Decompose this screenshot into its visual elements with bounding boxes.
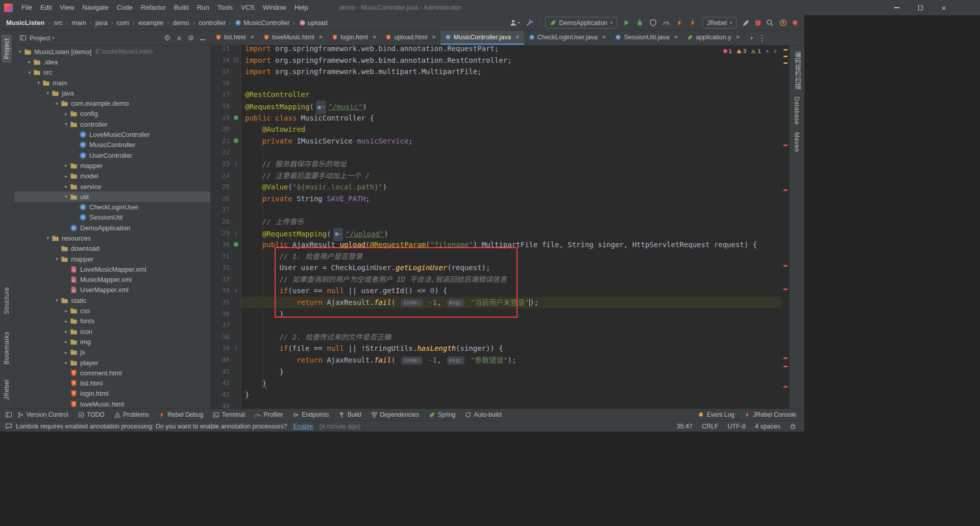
tree-item-musiccontroller[interactable]: CMusicController [14, 140, 210, 150]
tree-expand-chevron[interactable]: ▾ [53, 256, 61, 261]
tab-close-icon[interactable]: × [250, 34, 254, 40]
toolbar-item-build[interactable]: Build [339, 411, 361, 418]
tab-loveMusic.html[interactable]: 5loveMusic.html× [259, 31, 327, 45]
tree-item-util[interactable]: ▾util [14, 192, 210, 202]
tree-item-static[interactable]: ▾static [14, 295, 210, 305]
tree-item-usermapper.xml[interactable]: xUserMapper.xml [14, 285, 210, 295]
menu-navigate[interactable]: Navigate [78, 0, 112, 15]
code-line-24[interactable]: 24 // 注意最后面要手动加上一个 / [211, 170, 782, 182]
tree-item-service[interactable]: ▸service [14, 181, 210, 192]
code-line-40[interactable]: 40 return AjaxResult.fail( code: -1, msg… [211, 354, 782, 366]
code-line-41[interactable]: 41 } [211, 366, 782, 378]
stripe-mark[interactable] [783, 357, 788, 359]
breadcrumb-item[interactable]: java [95, 19, 108, 27]
gutter-cell[interactable] [231, 377, 241, 389]
menu-view[interactable]: View [56, 0, 78, 15]
code-line-18[interactable]: 18@RequestMapping(▾"/music") [211, 101, 782, 112]
enable-link[interactable]: Enable [293, 423, 313, 430]
line-number[interactable]: 13 [211, 45, 231, 55]
tree-expand-chevron[interactable]: ▾ [35, 80, 42, 85]
tree-expand-chevron[interactable]: ▸ [62, 163, 70, 168]
gutter-marker-icon[interactable] [234, 242, 238, 247]
gutter-cell[interactable] [231, 400, 241, 409]
line-number[interactable]: 22 [211, 147, 231, 158]
maximize-button[interactable] [909, 0, 932, 15]
stop-button[interactable] [755, 20, 761, 26]
code-line-15[interactable]: 15import org.springframework.web.multipa… [211, 66, 782, 78]
menu-file[interactable]: File [17, 0, 36, 15]
gutter-cell[interactable] [231, 251, 241, 262]
toolbar-item-rebel-debug[interactable]: Rebel Debug [159, 411, 204, 418]
tree-item-musicmapper.xml[interactable]: xMusicMapper.xml [14, 275, 210, 285]
line-number[interactable]: 36 [211, 308, 231, 320]
tab-close-icon[interactable]: × [319, 34, 323, 40]
tree-item-model[interactable]: ▸model [14, 171, 210, 181]
line-number[interactable]: 14 [211, 55, 231, 66]
gutter-cell[interactable] [231, 147, 241, 158]
tree-item-com.example.demo[interactable]: ▾com.example.demo [14, 98, 210, 108]
error-stripe[interactable] [782, 45, 789, 409]
stripe-tab-编码规约扫描[interactable]: 编码规约扫描 [792, 48, 803, 93]
breadcrumb-item[interactable]: MusicListen [6, 19, 44, 27]
tree-item-java[interactable]: ▾java [14, 88, 210, 98]
line-number[interactable]: 44 [211, 400, 231, 409]
toolbar-item-auto-build[interactable]: Auto-build [465, 411, 502, 418]
code-line-38[interactable]: 38 // 2. 检查传过来的文件是否正确 [211, 331, 782, 343]
menu-tools[interactable]: Tools [213, 0, 237, 15]
project-panel[interactable]: ▾MusicListen [demo]E:\code\MusicListen▸.… [14, 45, 211, 409]
code-line-22[interactable]: 22 [211, 147, 782, 158]
gutter-cell[interactable] [231, 204, 241, 216]
tree-item-checkloginuser[interactable]: CCheckLoginUser [14, 202, 210, 212]
gutter-cell[interactable] [231, 354, 241, 366]
tree-item-demoapplication[interactable]: CDemoApplication [14, 223, 210, 233]
line-number[interactable]: 40 [211, 354, 231, 366]
toolbar-item-endpoints[interactable]: Endpoints [293, 411, 329, 418]
code-line-44[interactable]: 44 [211, 400, 782, 409]
tab-MusicController.java[interactable]: CMusicController.java× [440, 31, 524, 45]
editor-indicators[interactable]: 1 3 1 ∧ ∨ [723, 48, 777, 54]
tree-item-mapper[interactable]: ▾mapper [14, 254, 210, 264]
collapse-all-icon[interactable] [176, 34, 183, 41]
stripe-tab-database[interactable]: Database [792, 93, 802, 128]
line-number[interactable]: 21 [211, 135, 231, 147]
gutter-cell[interactable] [231, 366, 241, 378]
close-button[interactable]: × [932, 0, 955, 15]
menu-vcs[interactable]: VCS [237, 0, 259, 15]
tree-expand-chevron[interactable]: ▸ [62, 360, 70, 365]
gutter-cell[interactable] [231, 181, 241, 193]
gutter-cell[interactable] [231, 239, 241, 251]
stripe-mark[interactable] [783, 145, 788, 146]
toolbar-item-version-control[interactable]: Version Control [17, 411, 68, 418]
tab-close-icon[interactable]: × [602, 34, 606, 40]
hidden-tabs-chevron-icon[interactable]: ▾ [750, 35, 753, 41]
gutter-cell[interactable] [231, 262, 241, 274]
tree-item-usercontroller[interactable]: CUserController [14, 150, 210, 160]
tree-expand-chevron[interactable]: ▸ [62, 174, 70, 179]
update-project-icon[interactable] [779, 19, 787, 27]
tree-item-lovemusiccontroller[interactable]: CLoveMusicController [14, 129, 210, 139]
code-editor[interactable]: 13import org.springframework.web.bind.an… [211, 45, 782, 409]
tree-item-list.html[interactable]: 5list.html [14, 378, 210, 389]
debug-button[interactable] [636, 19, 644, 27]
tree-expand-chevron[interactable]: ▾ [53, 298, 61, 303]
code-line-13[interactable]: 13import org.springframework.web.bind.an… [211, 45, 782, 55]
line-number[interactable]: 17 [211, 89, 231, 101]
stripe-mark[interactable] [783, 366, 788, 367]
tree-item-fonts[interactable]: ▸fonts [14, 316, 210, 326]
code-line-39[interactable]: 39∨ if(file == null || !StringUtils.hasL… [211, 343, 782, 354]
toolwindow-switcher-icon[interactable] [5, 411, 12, 418]
tab-close-icon[interactable]: × [674, 34, 678, 40]
menu-edit[interactable]: Edit [36, 0, 56, 15]
breadcrumb-item[interactable]: controller [199, 19, 226, 27]
menu-run[interactable]: Run [193, 0, 213, 15]
fold-region-icon[interactable] [234, 58, 238, 62]
gutter-cell[interactable]: ∨ [231, 343, 241, 354]
gutter-cell[interactable] [231, 55, 241, 66]
code-line-19[interactable]: 19public class MusicController { [211, 112, 782, 124]
line-number[interactable]: 43 [211, 389, 231, 401]
stripe-mark[interactable] [783, 189, 788, 191]
stripe-tab-project[interactable]: Project [2, 35, 12, 63]
gutter-cell[interactable] [231, 45, 241, 55]
stripe-tab-maven[interactable]: Maven [792, 129, 802, 156]
gutter-cell[interactable] [231, 78, 241, 89]
